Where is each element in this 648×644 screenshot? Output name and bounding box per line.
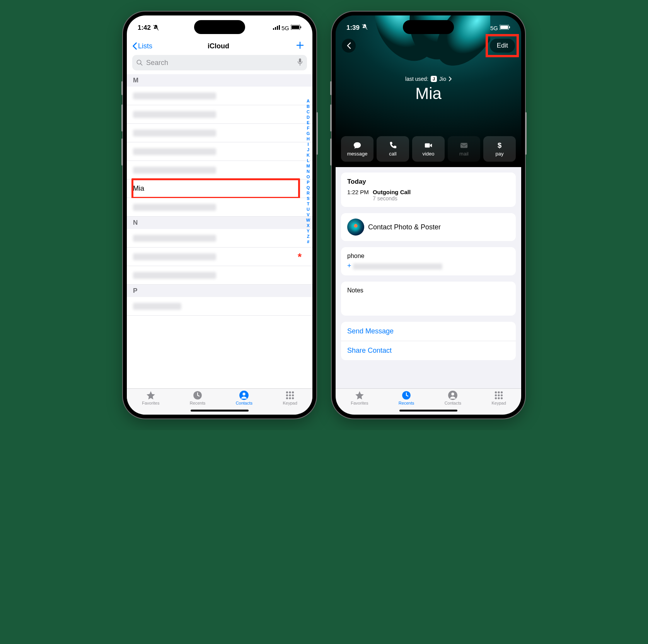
svg-rect-6: [300, 26, 301, 28]
svg-rect-3: [279, 25, 280, 30]
svg-point-47: [501, 397, 503, 399]
contact-row[interactable]: [127, 105, 312, 124]
search-input[interactable]: Search: [132, 55, 307, 70]
svg-point-17: [289, 394, 291, 396]
contact-row[interactable]: [127, 266, 312, 285]
home-indicator[interactable]: [399, 410, 457, 412]
back-label: Lists: [138, 42, 152, 50]
contact-row[interactable]: *: [127, 248, 312, 266]
svg-point-21: [292, 397, 294, 399]
svg-point-46: [498, 397, 500, 399]
home-indicator[interactable]: [191, 410, 249, 412]
edit-button[interactable]: Edit: [490, 39, 515, 53]
svg-point-40: [498, 391, 500, 393]
highlight-box: [131, 178, 300, 199]
svg-text:$: $: [498, 141, 501, 149]
section-header: M: [127, 74, 312, 87]
contacts-list-screen: 1:42 5G Lists iCloud: [127, 15, 312, 415]
share-contact-link[interactable]: Share Contact: [347, 341, 510, 360]
status-time: 1:39: [346, 24, 360, 32]
silent-icon: [152, 24, 159, 31]
mic-icon[interactable]: [297, 58, 303, 68]
tab-contacts[interactable]: Contacts: [445, 390, 461, 405]
notes-card[interactable]: Notes: [341, 282, 516, 316]
nav-bar: Lists iCloud: [127, 37, 312, 55]
svg-point-43: [498, 394, 500, 396]
alphabet-index[interactable]: ABCDEFGHIJKLMNOPQRSTUVWXYZ#: [305, 98, 312, 381]
action-row: messagecallvideomail$pay: [341, 136, 516, 162]
tab-favorites[interactable]: Favorites: [351, 390, 368, 405]
calls-heading: Today: [347, 178, 510, 186]
call-type: Outgoing Call: [373, 189, 411, 195]
phone-label: phone: [347, 253, 510, 260]
send-message-link[interactable]: Send Message: [347, 322, 510, 341]
phone-card[interactable]: phone +: [341, 247, 516, 275]
carrier-badge: J: [431, 76, 437, 82]
last-used-line[interactable]: last used: J Jio: [336, 76, 521, 82]
contact-hero: 1:39 5G Edit: [336, 15, 521, 167]
svg-point-12: [243, 393, 246, 395]
tab-contacts[interactable]: Contacts: [236, 390, 252, 405]
svg-point-20: [289, 397, 291, 399]
mail-button: mail: [448, 136, 480, 162]
tab-favorites[interactable]: Favorites: [142, 390, 159, 405]
svg-rect-2: [277, 26, 278, 30]
battery-icon: [291, 24, 302, 32]
photo-poster-label: Contact Photo & Poster: [368, 223, 441, 231]
message-button[interactable]: message: [341, 136, 373, 162]
section-header: N: [127, 217, 312, 229]
network-label: 5G: [490, 25, 498, 31]
photo-poster-row[interactable]: Contact Photo & Poster: [341, 213, 516, 241]
svg-point-39: [495, 391, 497, 393]
svg-rect-32: [509, 26, 510, 28]
signal-icon: [273, 24, 280, 32]
pay-button[interactable]: $pay: [483, 136, 516, 162]
add-contact-button[interactable]: [295, 41, 305, 51]
notes-label: Notes: [347, 287, 510, 294]
tab-recents[interactable]: Recents: [399, 390, 414, 405]
contact-row[interactable]: [127, 229, 312, 248]
battery-icon: [500, 24, 510, 32]
svg-point-13: [286, 391, 288, 393]
dynamic-island: [194, 20, 245, 34]
nav-title: iCloud: [190, 42, 247, 50]
svg-rect-31: [500, 26, 508, 29]
svg-point-45: [495, 397, 497, 399]
status-time: 1:42: [138, 24, 151, 32]
contact-row[interactable]: [127, 297, 312, 316]
contact-row[interactable]: [127, 124, 312, 142]
contact-row[interactable]: [127, 87, 312, 105]
svg-point-38: [452, 393, 454, 395]
avatar-icon: [347, 219, 364, 236]
phone-number-redacted: [353, 263, 442, 270]
contact-row[interactable]: [127, 142, 312, 161]
back-button[interactable]: Lists: [132, 42, 190, 50]
svg-point-41: [501, 391, 503, 393]
svg-point-15: [292, 391, 294, 393]
links-card: Send MessageShare Contact: [341, 322, 516, 360]
section-header: P: [127, 285, 312, 297]
dynamic-island: [403, 20, 454, 34]
tab-keypad[interactable]: Keypad: [491, 390, 506, 405]
call-duration: 7 seconds: [373, 195, 510, 202]
contact-row[interactable]: Mia: [127, 179, 312, 198]
tab-recents[interactable]: Recents: [190, 390, 205, 405]
search-placeholder: Search: [146, 59, 168, 67]
back-button[interactable]: [342, 39, 356, 53]
contact-body: Today 1:22 PM Outgoing Call 7 seconds Co…: [336, 167, 521, 388]
phone-left: 1:42 5G Lists iCloud: [123, 12, 316, 419]
call-button[interactable]: call: [377, 136, 409, 162]
video-button[interactable]: video: [412, 136, 445, 162]
network-label: 5G: [281, 25, 289, 31]
contact-row[interactable]: [127, 198, 312, 217]
contact-name: Mia: [133, 184, 144, 193]
svg-point-14: [289, 391, 291, 393]
recent-calls-card: Today 1:22 PM Outgoing Call 7 seconds: [341, 173, 516, 207]
contact-detail-screen: 1:39 5G Edit: [336, 15, 521, 415]
contact-name: Mia: [336, 84, 521, 103]
contact-row[interactable]: [127, 161, 312, 179]
tab-keypad[interactable]: Keypad: [283, 390, 297, 405]
emergency-icon: *: [298, 251, 302, 263]
svg-rect-1: [275, 27, 276, 30]
svg-line-8: [140, 63, 142, 65]
